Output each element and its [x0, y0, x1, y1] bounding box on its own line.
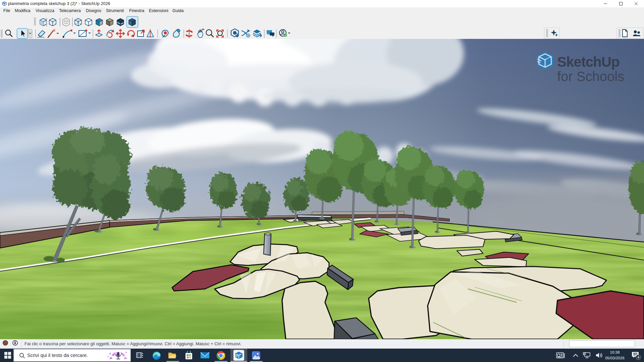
svg-text:for Schools: for Schools	[557, 69, 624, 84]
svg-text:SketchUp: SketchUp	[557, 54, 620, 70]
svg-text:4: 4	[637, 355, 639, 359]
